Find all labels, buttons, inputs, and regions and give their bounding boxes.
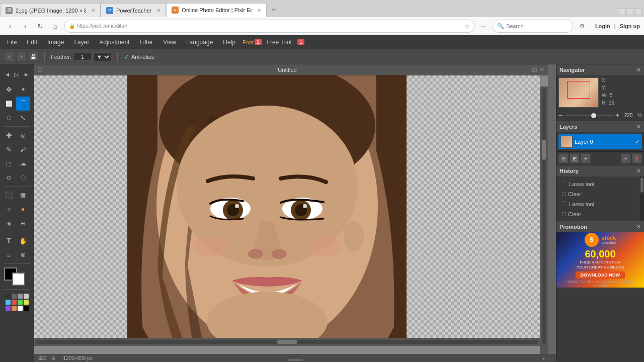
toolbar-save-button[interactable]: 💾	[28, 52, 38, 62]
red-eye-tool[interactable]: ◎	[16, 128, 30, 142]
navigator-close-button[interactable]: ✕	[636, 66, 641, 73]
search-bar[interactable]: 🔍	[493, 20, 573, 33]
canvas-body[interactable]	[34, 75, 548, 354]
window-restore-icon[interactable]: ⊡	[532, 66, 537, 73]
swatch-10[interactable]	[12, 306, 17, 311]
clone-tool[interactable]: ⊙	[2, 170, 16, 185]
history-panel-header[interactable]: History ✕	[556, 165, 644, 176]
window-expand-icon[interactable]: ⊡	[37, 66, 43, 73]
more-button[interactable]: ···	[477, 20, 490, 32]
swatch-12[interactable]	[24, 306, 29, 311]
swatch-6[interactable]	[12, 300, 17, 305]
promotion-close-button[interactable]: ✕	[636, 223, 641, 230]
cursor-tool[interactable]: ▷|	[12, 67, 22, 81]
refresh-button[interactable]: ↻	[34, 20, 46, 32]
layers-panel-header[interactable]: Layers ✕	[556, 121, 644, 132]
history-scroll-thumb[interactable]	[640, 177, 643, 193]
prev-tool-button[interactable]: ◄	[3, 67, 13, 81]
back-button[interactable]: ‹	[4, 20, 16, 32]
zoom-in-button[interactable]: +	[615, 111, 619, 119]
swatch-5[interactable]	[6, 300, 11, 305]
swatch-8[interactable]	[24, 300, 29, 305]
navigator-panel-header[interactable]: Navigator ✕	[556, 64, 644, 75]
anti-alias-toggle[interactable]: ✓ Anti-alias	[124, 53, 154, 61]
stamp-tool[interactable]: ⊕	[16, 216, 30, 230]
brush-tool[interactable]: 🖌	[16, 142, 30, 156]
smudge-tool[interactable]: ☁	[16, 156, 30, 170]
forward-button[interactable]: ›	[19, 20, 31, 32]
next-tool-button[interactable]: ►	[22, 67, 31, 81]
menu-file[interactable]: File	[2, 37, 22, 48]
maximize-button[interactable]: □	[627, 8, 634, 15]
window-close-icon[interactable]: ✕	[539, 66, 545, 73]
layers-add-button[interactable]: +	[621, 153, 631, 163]
menu-edit[interactable]: Edit	[22, 37, 42, 48]
layer-visibility-toggle-0[interactable]: ✓	[635, 138, 640, 145]
zoom-slider-thumb[interactable]	[591, 113, 596, 118]
new-tab-button[interactable]: +	[267, 3, 281, 17]
menu-image[interactable]: Image	[42, 37, 69, 48]
menu-free-tool[interactable]: Free Tool	[262, 37, 297, 48]
layers-add-mask-button[interactable]: ◩	[570, 153, 580, 163]
login-link[interactable]: Login	[595, 23, 610, 29]
swatch-11[interactable]	[18, 306, 23, 311]
browser-tab-1[interactable]: 🖼 2.jpg (JPEG Image, 1200 × 800... ✕	[0, 3, 101, 17]
horizontal-scrollbar[interactable]	[34, 338, 540, 346]
h-scroll-thumb[interactable]	[277, 340, 297, 344]
lasso-tool[interactable]: ⌒	[16, 97, 30, 111]
zoom-slider[interactable]	[565, 115, 613, 116]
promo-cta-button[interactable]: DOWNLOAD NOW	[576, 272, 625, 279]
menu-help[interactable]: Help	[218, 37, 240, 48]
magic-select-tool[interactable]: ⬡	[2, 111, 16, 125]
fill-tool[interactable]: ⬛	[2, 188, 16, 202]
history-scrollbar[interactable]	[640, 176, 644, 221]
eyedropper-tool[interactable]: ⊗	[16, 248, 30, 262]
vertical-scrollbar[interactable]	[540, 86, 548, 346]
layers-close-button[interactable]: ✕	[636, 123, 641, 130]
layer-item-0[interactable]: Layer 0 ✓	[558, 134, 642, 149]
history-item-3[interactable]: ◻ Clear	[558, 209, 642, 219]
move-tool[interactable]: ✥	[2, 82, 16, 97]
menu-view[interactable]: View	[158, 37, 181, 48]
bookmark-icon[interactable]: ☆	[464, 23, 470, 30]
marquee-tool[interactable]: ⬜	[2, 97, 16, 111]
menu-language[interactable]: Language	[181, 37, 218, 48]
swatch-2[interactable]	[12, 294, 17, 299]
tab-close-1[interactable]: ✕	[91, 8, 95, 13]
swatch-9[interactable]	[6, 306, 11, 311]
history-close-button[interactable]: ✕	[636, 167, 641, 174]
minimize-button[interactable]: −	[619, 8, 626, 15]
swatch-4[interactable]	[24, 294, 29, 299]
heal-tool[interactable]: ✚	[2, 128, 16, 142]
gradient-tool[interactable]: ▦	[16, 188, 30, 202]
eraser-tool[interactable]: ◻	[2, 156, 16, 170]
signup-link[interactable]: Sign up	[620, 23, 640, 29]
sharpen-tool[interactable]: ◈	[2, 216, 16, 230]
text-tool[interactable]: T	[2, 234, 16, 248]
close-button[interactable]: ✕	[635, 8, 642, 15]
swatch-3[interactable]	[18, 294, 23, 299]
home-button[interactable]: ⌂	[49, 20, 61, 32]
magic-wand-tool[interactable]: ✦	[16, 82, 30, 97]
menu-filter[interactable]: Filter	[134, 37, 158, 48]
toolbar-back-button[interactable]: ‹	[4, 52, 14, 62]
blur-tool[interactable]: ◌	[16, 170, 30, 185]
search-input[interactable]	[506, 23, 569, 29]
tab-close-2[interactable]: ✕	[156, 8, 160, 13]
feather-input[interactable]	[73, 53, 92, 61]
layers-add-group-button[interactable]: ⊞	[558, 153, 569, 163]
toolbar-forward-button[interactable]: ›	[16, 52, 26, 62]
browser-tab-2[interactable]: P PowerTeacher ✕	[101, 3, 166, 17]
feather-select[interactable]: ▼	[94, 52, 111, 61]
v-scroll-thumb[interactable]	[542, 140, 546, 160]
background-color[interactable]	[12, 273, 25, 286]
extensions-button[interactable]: ⚙	[576, 20, 588, 32]
burn-tool[interactable]: ●	[16, 202, 30, 216]
history-item-1[interactable]: ◻ Clear	[558, 189, 642, 199]
history-item-2[interactable]: ⌒ Lasso tool	[558, 199, 642, 209]
layers-delete-button[interactable]: 🗑	[632, 153, 642, 163]
swatch-7[interactable]	[18, 300, 23, 305]
swatch-1[interactable]	[6, 294, 11, 299]
layers-effects-button[interactable]: ✦	[581, 153, 591, 163]
dodge-tool[interactable]: ○	[2, 202, 16, 216]
